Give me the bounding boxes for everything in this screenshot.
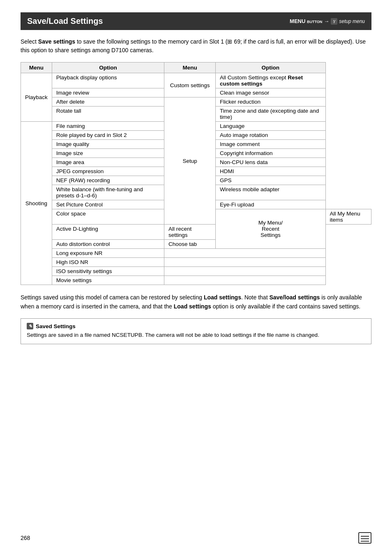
page-footer: 268 xyxy=(21,532,371,544)
col3-header: Menu xyxy=(164,63,216,73)
option-setup-gps: GPS xyxy=(216,176,325,185)
page-title: Save/Load Settings xyxy=(27,16,103,26)
option-shooting-1: File naming xyxy=(52,122,164,131)
table-row: After delete Setup Flicker reduction xyxy=(21,97,371,107)
notes-bold2: Save/load settings xyxy=(269,294,320,301)
option-setup-clean: Clean image sensor xyxy=(216,88,325,97)
option-playback-4: Rotate tall xyxy=(52,107,164,122)
option-playback-2: Image review xyxy=(52,88,164,97)
footer-book-icon xyxy=(358,532,371,544)
menu-custom: Custom settings xyxy=(164,73,216,97)
table-row: High ISO NR xyxy=(21,258,371,267)
menu-button-label: MENU button xyxy=(290,18,322,24)
option-setup-noncpu: Non-CPU lens data xyxy=(216,158,325,167)
setup-icon: Y xyxy=(331,18,337,25)
menu-setup: Setup xyxy=(164,97,216,225)
option-shooting-14: High ISO NR xyxy=(52,258,164,267)
option-shooting-15: ISO sensitivity settings xyxy=(52,267,164,276)
option-shooting-10: Color space xyxy=(52,209,164,225)
notes-bold1: Load settings xyxy=(204,294,241,301)
option-custom-1: All Custom Settings except Reset custom … xyxy=(216,73,325,88)
option-shooting-4: Image size xyxy=(52,149,164,158)
option-playback-1: Playback display options xyxy=(52,73,164,88)
setup-menu-label: setup menu xyxy=(339,19,365,24)
saved-box-title: ✎ Saved Settings xyxy=(27,323,365,329)
notes-paragraph: Settings saved using this model of camer… xyxy=(21,293,371,311)
option-shooting-3: Image quality xyxy=(52,140,164,149)
settings-table: Menu Option Menu Option Playback Playbac… xyxy=(21,62,371,285)
page-number: 268 xyxy=(21,535,30,541)
option-setup-copyright: Copyright information xyxy=(216,149,325,158)
option-shooting-13: Long exposure NR xyxy=(52,249,164,258)
saved-settings-label: Saved Settings xyxy=(36,323,76,329)
option-shooting-2: Role played by card in Slot 2 xyxy=(52,131,164,140)
option-setup-flicker: Flicker reduction xyxy=(216,97,325,107)
intro-bold1: Save settings xyxy=(38,38,75,45)
option-shooting-6: JPEG compression xyxy=(52,167,164,176)
option-shooting-7: NEF (RAW) recording xyxy=(52,176,164,185)
note-pencil-icon: ✎ xyxy=(27,323,33,329)
table-row: Long exposure NR xyxy=(21,249,371,258)
menu-shooting: Shooting xyxy=(21,122,52,285)
saved-box-text: Settings are saved in a file named NCSET… xyxy=(27,331,365,339)
table-row: ISO sensitivity settings xyxy=(21,267,371,276)
option-shooting-11: Active D-Lighting xyxy=(52,225,164,240)
option-shooting-12: Auto distortion control xyxy=(52,240,164,249)
option-playback-3: After delete xyxy=(52,97,164,107)
option-setup-comment: Image comment xyxy=(216,140,325,149)
option-mymenu-3: Choose tab xyxy=(164,240,216,249)
option-setup-autorotate: Auto image rotation xyxy=(216,131,325,140)
header-menu-info: MENU button → Y setup menu xyxy=(290,18,365,25)
option-setup-language: Language xyxy=(216,122,325,131)
saved-settings-box: ✎ Saved Settings Settings are saved in a… xyxy=(21,318,371,344)
intro-paragraph: Select Save settings to save the followi… xyxy=(21,37,371,55)
menu-mymenu: My Menu/RecentSettings xyxy=(216,209,325,249)
option-shooting-5: Image area xyxy=(52,158,164,167)
option-setup-eyefi: Eye-Fi upload xyxy=(216,200,325,209)
col4-header: Option xyxy=(216,63,325,73)
option-setup-timezone: Time zone and date (excepting date and t… xyxy=(216,107,325,122)
menu-playback: Playback xyxy=(21,73,52,122)
option-setup-hdmi: HDMI xyxy=(216,167,325,176)
table-row: Movie settings xyxy=(21,276,371,285)
col2-header: Option xyxy=(52,63,164,73)
col1-header: Menu xyxy=(21,63,52,73)
option-shooting-8: White balance (with fine-tuning and pres… xyxy=(52,185,164,200)
table-row: Playback Playback display options Custom… xyxy=(21,73,371,88)
option-shooting-16: Movie settings xyxy=(52,276,164,285)
option-mymenu-2: All recent settings xyxy=(164,225,216,240)
option-setup-wireless: Wireless mobile adapter xyxy=(216,185,325,200)
menu-arrow: → xyxy=(324,18,329,24)
option-shooting-9: Set Picture Control xyxy=(52,200,164,209)
option-mymenu-1: All My Menu items xyxy=(325,209,371,225)
notes-bold3: Load settings xyxy=(174,303,211,310)
page-header: Save/Load Settings MENU button → Y setup… xyxy=(21,12,371,30)
